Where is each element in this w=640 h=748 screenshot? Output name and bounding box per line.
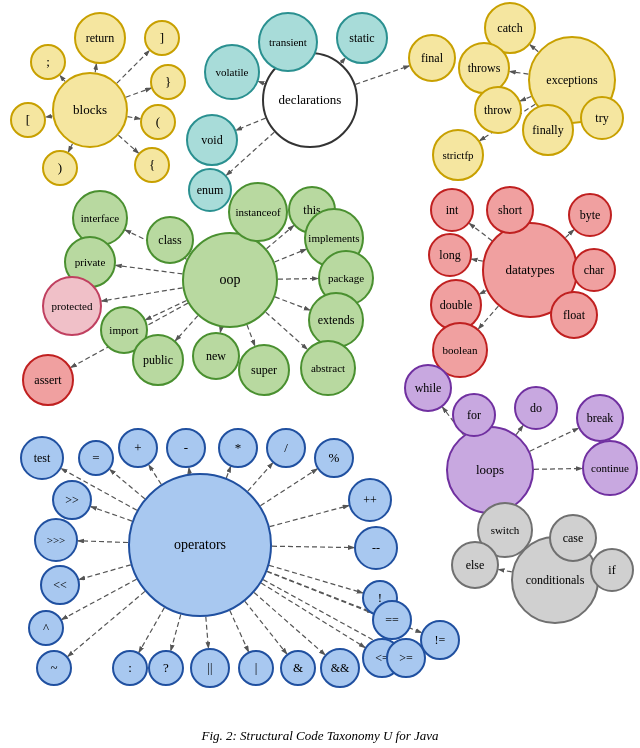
- svg-line-37: [565, 230, 573, 238]
- node-div: /: [266, 428, 306, 468]
- node-mul: *: [218, 428, 258, 468]
- node-strictfp: strictfp: [432, 129, 484, 181]
- svg-line-2: [236, 118, 266, 130]
- node-amp2: &&: [320, 648, 360, 688]
- svg-line-72: [272, 546, 354, 547]
- node-lcurly: {: [134, 147, 170, 183]
- node-rparen: ): [42, 150, 78, 186]
- svg-line-13: [46, 116, 53, 117]
- svg-line-15: [510, 72, 529, 75]
- node-new: new: [192, 332, 240, 380]
- node-protected: protected: [42, 276, 102, 336]
- svg-line-33: [266, 312, 308, 349]
- node-class: class: [146, 216, 194, 264]
- node-colon: :: [112, 650, 148, 686]
- svg-line-28: [175, 316, 198, 341]
- svg-line-61: [79, 565, 131, 580]
- svg-line-67: [230, 611, 249, 652]
- figure-caption: Fig. 2: Structural Code Taxonomy U for J…: [201, 728, 438, 744]
- node-rcurly: }: [150, 64, 186, 100]
- node-int: int: [430, 188, 474, 232]
- node-if: if: [590, 548, 634, 592]
- node-do: do: [514, 386, 558, 430]
- svg-line-26: [102, 288, 183, 301]
- svg-line-22: [275, 249, 307, 262]
- node-short: short: [486, 186, 534, 234]
- node-test: test: [20, 436, 64, 480]
- svg-line-47: [534, 469, 582, 470]
- node-super: super: [238, 344, 290, 396]
- svg-line-4: [355, 66, 409, 85]
- svg-line-57: [248, 463, 273, 491]
- node-mod: %: [314, 438, 354, 478]
- svg-line-12: [68, 144, 72, 152]
- node-loops: loops: [446, 426, 534, 514]
- svg-line-73: [269, 565, 363, 593]
- node-static: static: [336, 12, 388, 64]
- node-operators: operators: [128, 473, 272, 617]
- node-throw: throw: [474, 86, 522, 134]
- node-rbracket: ]: [144, 20, 180, 56]
- svg-line-66: [206, 617, 209, 648]
- node-eq: =: [78, 440, 114, 476]
- svg-line-63: [68, 591, 145, 656]
- diagram-canvas: declarationsblocksoopoperatorsloopscondi…: [0, 0, 640, 748]
- node-tilde: ~: [36, 650, 72, 686]
- svg-line-16: [520, 97, 531, 102]
- svg-line-25: [116, 265, 183, 274]
- node-rshift: >>: [52, 480, 92, 520]
- node-public: public: [132, 334, 184, 386]
- svg-line-32: [247, 325, 255, 346]
- node-minusminus: --: [354, 526, 398, 570]
- node-plusplus: ++: [348, 478, 392, 522]
- node-question: ?: [148, 650, 184, 686]
- node-semicolon: ;: [30, 44, 66, 80]
- node-void: void: [186, 114, 238, 166]
- svg-line-68: [245, 601, 287, 654]
- svg-line-30: [275, 297, 310, 310]
- node-lbracket: [: [10, 102, 46, 138]
- svg-line-35: [469, 223, 492, 240]
- node-break: break: [576, 394, 624, 442]
- svg-line-3: [341, 58, 346, 63]
- svg-line-38: [472, 259, 483, 261]
- svg-line-60: [78, 541, 128, 543]
- node-lparen: (: [140, 104, 176, 140]
- svg-line-56: [226, 467, 230, 478]
- node-return: return: [74, 12, 126, 64]
- node-pipe: |: [238, 650, 274, 686]
- node-for: for: [452, 393, 496, 437]
- node-amp: &: [280, 650, 316, 686]
- svg-line-11: [118, 135, 138, 153]
- svg-line-49: [499, 569, 512, 572]
- node-while: while: [404, 364, 452, 412]
- node-lshift: <<: [40, 565, 80, 605]
- node-xor: ^: [28, 610, 64, 646]
- svg-line-70: [261, 583, 365, 648]
- svg-line-29: [278, 279, 318, 280]
- svg-line-6: [95, 64, 96, 73]
- svg-line-53: [110, 470, 145, 499]
- node-char: char: [572, 248, 616, 292]
- node-minus: -: [166, 428, 206, 468]
- node-long: long: [428, 233, 472, 277]
- node-finally: finally: [522, 104, 574, 156]
- svg-line-45: [516, 426, 523, 435]
- node-abstract: abstract: [300, 340, 356, 396]
- svg-line-8: [117, 51, 149, 83]
- node-transient: transient: [258, 12, 318, 72]
- svg-line-9: [126, 88, 151, 97]
- node-assert: assert: [22, 354, 74, 406]
- svg-line-46: [530, 428, 579, 451]
- node-or2: ||: [190, 648, 230, 688]
- node-byte: byte: [568, 193, 612, 237]
- svg-line-59: [91, 507, 132, 521]
- svg-line-39: [480, 291, 487, 294]
- node-extends: extends: [308, 292, 364, 348]
- svg-line-69: [254, 593, 325, 655]
- node-final: final: [408, 34, 456, 82]
- node-enum: enum: [188, 168, 232, 212]
- node-oop: oop: [182, 232, 278, 328]
- node-plus: +: [118, 428, 158, 468]
- node-neq: !=: [420, 620, 460, 660]
